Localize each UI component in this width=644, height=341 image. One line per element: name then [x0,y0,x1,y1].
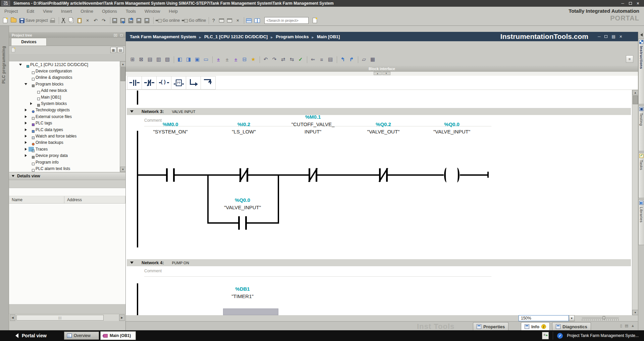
previous-error-icon[interactable]: ↶ [262,55,270,63]
overview-button[interactable]: Overview [64,332,99,340]
details-col-address[interactable]: Address [64,196,125,203]
scroll-up-icon[interactable]: ▲ [632,90,638,95]
minimize-window-icon[interactable]: ─ [621,1,624,5]
tree-expander-icon[interactable] [24,148,28,151]
delete-icon[interactable]: × [85,16,93,24]
compact-view-icon[interactable]: ⊟ [240,55,249,63]
address-information-icon[interactable]: ± [232,55,240,63]
expand-interface-icon[interactable]: ▲ [374,72,382,75]
portal-view-button[interactable]: Portal view [15,333,47,338]
insert-network-icon[interactable]: ⊞ [128,55,137,63]
tree-item[interactable]: Technology objects [9,107,125,113]
consistency-check-icon[interactable]: ✓ [297,55,305,63]
network-comment[interactable]: Comment [144,269,162,273]
scroll-right-icon[interactable]: ▶ [119,315,125,321]
snapshot-compare-icon[interactable]: ▦ [369,55,377,63]
tree-expander-icon[interactable] [24,83,28,85]
tree-expander-icon[interactable] [18,64,22,66]
favorite-no-contact-icon[interactable] [127,76,142,90]
tree-item[interactable]: Device proxy data [9,152,125,159]
compile-icon[interactable] [112,16,120,24]
symbol-information-icon[interactable]: ± [214,55,222,63]
freeform-comment-icon[interactable]: ▱ [360,55,368,63]
go-offline-button[interactable]: Go offline [181,16,207,24]
operand-label[interactable]: %Q0.2 "VALVE_OUT" [350,121,417,135]
breadcrumb-item[interactable]: Main [OB1] [317,34,340,39]
save-project-button[interactable]: Save project [19,16,49,24]
separator[interactable] [153,17,154,24]
block-interface-bar[interactable]: Block interface [126,66,638,72]
expand-inspector-icon[interactable]: ▲ [631,324,635,328]
main-ob1-taskbar-tab[interactable]: Main (OB1) [100,331,136,340]
delete-network-icon[interactable]: ⊠ [137,55,145,63]
scroll-down-icon[interactable]: ▼ [632,310,638,315]
favorite-nc-contact-icon[interactable] [142,76,157,90]
tree-item[interactable]: External source files [9,113,125,120]
breadcrumb-item[interactable]: PLC_1 [CPU 1212C DC/DC/DC] [204,34,276,39]
favorite-close-branch-icon[interactable] [201,76,216,90]
tree-expander-icon[interactable] [24,154,28,157]
list-view-toggle-icon[interactable]: ▤ [117,47,123,53]
network-title[interactable]: PUMP ON [172,261,189,265]
zoom-slider[interactable] [582,316,619,321]
jump-backward-icon[interactable]: ↰ [339,55,347,63]
zoom-level-select[interactable]: 150% [519,315,569,321]
operand-label[interactable]: %M0.1 "CUTOFF_VALVE_ INPUT" [279,113,346,135]
rewire-icon[interactable]: ⇆ [288,55,296,63]
split-editor-vertical-icon[interactable] [254,16,262,24]
separator[interactable] [244,17,244,24]
pin-panel-icon[interactable]: ▯▯ [114,33,117,37]
tree-item[interactable]: Online backups [9,139,125,146]
tree-item[interactable]: Add new block [9,88,125,94]
details-collapse-icon[interactable] [12,175,14,177]
operand-label[interactable]: %M0.0 "SYSTEM_ON" [137,121,204,135]
tree-item[interactable]: Traces [9,146,125,152]
tree-item[interactable]: PLC_1 [CPU 1212C DC/DC/DC] [9,61,125,68]
undo-icon[interactable]: ↶ [93,16,101,24]
stop-runtime-icon[interactable] [226,16,234,24]
show-symbolic-operands-icon[interactable]: ◨ [184,55,193,63]
details-view-header[interactable]: Details view [9,172,125,180]
copy-icon[interactable] [68,16,76,24]
tree-expander-icon[interactable] [29,102,33,105]
scroll-up-icon[interactable]: ▲ [120,61,125,67]
ladder-canvas[interactable]: Network 3: VALVE INPUT Comment [126,90,632,315]
breadcrumb-item[interactable]: Program blocks [276,34,317,39]
tab-libraries[interactable]: Libraries [638,200,644,245]
redo-icon[interactable]: ↷ [101,16,109,24]
tree-item[interactable]: Main [OB1] [9,94,125,100]
operand-display-icon[interactable]: ▣ [193,55,201,63]
library-view-icon[interactable] [311,16,319,24]
show-absolute-operands-icon[interactable]: ◧ [176,55,184,63]
operand-tooltip-icon[interactable]: ± [223,55,231,63]
insert-row-icon[interactable]: ≡ [318,55,326,63]
restore-window-icon[interactable] [629,2,632,5]
breadcrumb-item[interactable]: Tank Farm Management System [130,34,204,39]
zoom-dropdown-icon[interactable]: ▼ [569,315,575,321]
tree-item[interactable]: Program info [9,159,125,165]
operand-label[interactable]: %Q0.0 "VALVE_INPUT" [418,121,485,135]
tree-expander-icon[interactable] [24,128,28,131]
float-editor-icon[interactable]: ▤ [611,34,615,39]
minimize-editor-icon[interactable]: ─ [598,34,601,39]
update-block-calls-icon[interactable]: ⇄ [279,55,287,63]
expand-task-cards-icon[interactable] [639,33,644,37]
upload-from-device-icon[interactable] [128,16,136,24]
tree-expander-icon[interactable] [24,115,28,118]
menu-inspector-icon[interactable]: ▤ [625,324,628,328]
cut-icon[interactable] [60,16,68,24]
separator[interactable] [59,17,59,24]
print-icon[interactable] [49,16,57,24]
open-all-networks-icon[interactable]: ▤ [146,55,154,63]
diagram-view-toggle-icon[interactable]: ▦ [110,47,116,53]
favorite-empty-box-icon[interactable]: ?? [171,76,186,90]
favorites-toggle-icon[interactable]: ★ [249,55,257,63]
tree-vertical-scrollbar[interactable]: ▲ ▼ [120,61,125,172]
scrollbar-thumb[interactable] [633,96,638,104]
accessible-devices-icon[interactable]: ? [210,16,218,24]
start-simulation-icon[interactable] [218,16,226,24]
download-to-device-icon[interactable] [120,16,128,24]
menu-item[interactable]: Help [164,9,182,14]
tree-item[interactable]: Program blocks [9,81,125,87]
tree-horizontal-scrollbar[interactable]: ◀ ||| ▶ [9,314,125,321]
